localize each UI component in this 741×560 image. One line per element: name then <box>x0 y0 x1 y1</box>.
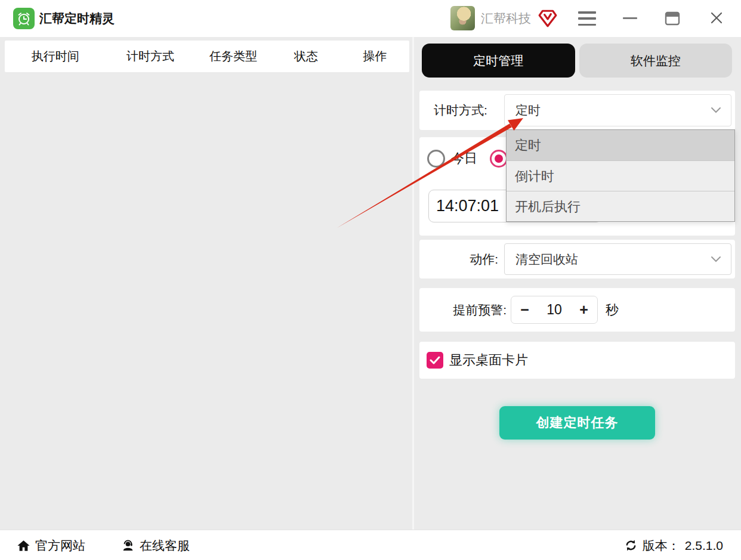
account-name: 汇帮科技 <box>481 0 531 37</box>
refresh-icon[interactable] <box>624 539 638 552</box>
stepper-minus-button[interactable]: − <box>511 296 538 323</box>
maximize-button[interactable] <box>665 11 680 28</box>
warn-ahead-label: 提前预警: <box>419 288 507 332</box>
title-bar: 汇帮定时精灵 汇帮科技 <box>0 0 741 37</box>
hamburger-menu-icon[interactable] <box>578 11 596 26</box>
stepper-value[interactable]: 10 <box>538 302 570 318</box>
tab-software-monitor[interactable]: 软件监控 <box>579 44 733 78</box>
radio-today-label: 今日 <box>451 146 477 172</box>
user-avatar[interactable] <box>450 6 475 30</box>
customer-service-icon <box>121 539 135 552</box>
vip-gem-icon[interactable] <box>538 8 558 31</box>
official-site-link[interactable]: 官方网站 <box>17 530 85 560</box>
warn-seconds-stepper: − 10 + <box>511 296 598 324</box>
online-service-label: 在线客服 <box>140 537 190 554</box>
action-value: 清空回收站 <box>505 251 578 268</box>
column-task-type: 任务类型 <box>195 48 272 64</box>
desktop-card-row: 显示桌面卡片 <box>419 342 735 379</box>
warn-ahead-row: 提前预警: − 10 + 秒 <box>419 288 735 332</box>
timing-mode-label: 计时方式: <box>434 91 487 130</box>
action-label: 动作: <box>419 240 498 279</box>
home-icon <box>17 539 30 552</box>
column-status: 状态 <box>271 48 340 64</box>
dropdown-option-timer[interactable]: 定时 <box>507 130 734 160</box>
tab-timer-management[interactable]: 定时管理 <box>422 44 575 78</box>
dropdown-option-countdown[interactable]: 倒计时 <box>507 160 734 191</box>
create-task-button[interactable]: 创建定时任务 <box>499 406 655 440</box>
app-title: 汇帮定时精灵 <box>39 0 115 37</box>
warn-unit-label: 秒 <box>606 288 619 332</box>
dropdown-option-after-boot[interactable]: 开机后执行 <box>507 191 734 221</box>
chevron-down-icon <box>711 254 721 265</box>
column-exec-time: 执行时间 <box>5 48 106 64</box>
close-button[interactable] <box>709 11 724 27</box>
show-desktop-card-label: 显示桌面卡片 <box>449 342 528 379</box>
radio-daily-selected[interactable] <box>490 150 508 168</box>
chevron-down-icon <box>711 105 721 116</box>
stepper-plus-button[interactable]: + <box>570 296 597 323</box>
action-select[interactable]: 清空回收站 <box>504 243 731 275</box>
online-service-link[interactable]: 在线客服 <box>121 530 190 560</box>
column-actions: 操作 <box>341 48 409 64</box>
footer-bar: 官方网站 在线客服 版本： 2.5.1.0 <box>0 530 741 560</box>
timing-mode-select[interactable]: 定时 <box>504 94 731 126</box>
timing-mode-dropdown: 定时 倒计时 开机后执行 <box>506 129 735 222</box>
version-value: 2.5.1.0 <box>685 539 723 553</box>
official-site-label: 官方网站 <box>35 537 85 554</box>
task-table-header: 执行时间 计时方式 任务类型 状态 操作 <box>5 41 409 72</box>
show-desktop-card-checkbox[interactable] <box>427 352 443 369</box>
timing-mode-row: 计时方式: 定时 <box>419 91 735 130</box>
radio-today[interactable] <box>427 150 445 168</box>
version-label: 版本： <box>643 537 680 554</box>
minimize-button[interactable] <box>623 17 637 19</box>
panel-divider <box>412 37 414 530</box>
timing-mode-value: 定时 <box>505 102 541 119</box>
tab-bar: 定时管理 软件监控 <box>422 44 732 78</box>
column-timing-mode: 计时方式 <box>106 48 195 64</box>
action-row: 动作: 清空回收站 <box>419 240 735 279</box>
app-logo-alarm-icon <box>13 8 35 29</box>
version-info: 版本： 2.5.1.0 <box>624 530 723 560</box>
